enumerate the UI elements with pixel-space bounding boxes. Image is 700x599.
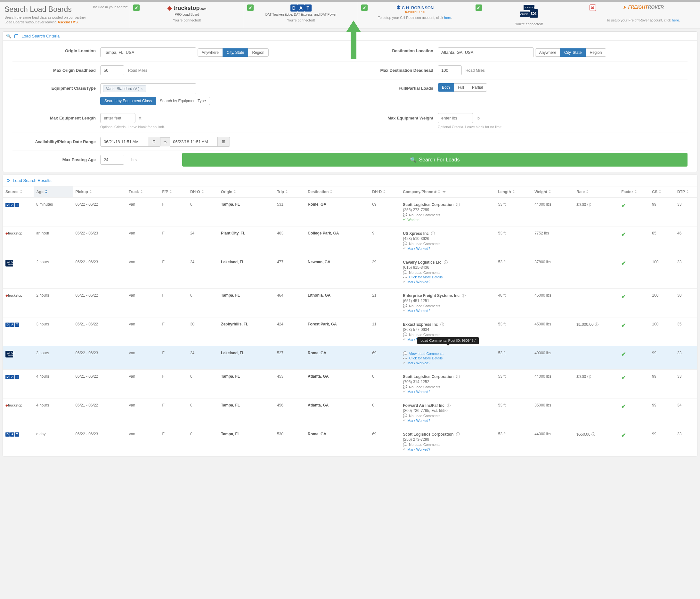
calendar-icon[interactable]: 🗓 — [218, 137, 230, 147]
info-icon[interactable]: ⓘ — [587, 202, 591, 207]
max-dest-dh-input[interactable] — [438, 65, 462, 75]
info-icon[interactable]: ⓘ — [587, 375, 591, 379]
col-destination[interactable]: Destination — [305, 186, 370, 198]
info-icon[interactable]: ⓘ — [456, 432, 460, 437]
more-details-link[interactable]: Click for More Details — [409, 275, 443, 279]
col-source[interactable]: Source — [3, 186, 34, 198]
cell-pickup: 06/22 - 06/23 — [73, 255, 126, 289]
col-pickup[interactable]: Pickup — [73, 186, 126, 198]
col-factor[interactable]: Factor — [619, 186, 649, 198]
company-phone: (256) 273-7299 — [403, 437, 493, 442]
collapse-icon[interactable]: − — [15, 34, 18, 38]
provider-chr-checkbox[interactable]: ✔ — [361, 4, 368, 11]
mark-worked-link[interactable]: Mark Worked? — [407, 361, 430, 365]
mark-worked-link[interactable]: Mark Worked? — [407, 419, 430, 423]
company-phone: (256) 273-7299 — [403, 208, 493, 212]
col-age[interactable]: Age — [34, 186, 73, 198]
dest-scope-region[interactable]: Region — [585, 48, 606, 57]
max-origin-dh-input[interactable] — [100, 65, 124, 75]
fp-both[interactable]: Both — [438, 83, 454, 92]
col-dhd[interactable]: DH-D — [370, 186, 400, 198]
col-company[interactable]: Company/Phone # ⏷ — [400, 186, 495, 198]
calendar-icon[interactable]: 🗓 — [148, 137, 160, 147]
table-row[interactable]: DAT3 hours06/21 - 06/22VanF30Zephyrhills… — [3, 317, 697, 346]
info-icon[interactable]: ⓘ — [431, 231, 435, 236]
col-fp[interactable]: F/P — [160, 186, 188, 198]
cell-fp: F — [160, 226, 188, 255]
search-for-loads-button[interactable]: 🔍 Search For Loads — [182, 153, 688, 167]
date-to-input[interactable] — [170, 137, 218, 147]
dest-scope-anywhere[interactable]: Anywhere — [535, 48, 560, 57]
provider-cargo-checkbox[interactable]: ✔ — [476, 4, 482, 11]
dest-scope-citystate[interactable]: City, State — [560, 48, 586, 57]
fp-partial[interactable]: Partial — [468, 83, 487, 92]
company-name: US Xpress Inc — [403, 231, 429, 236]
cell-age: 3 hours — [34, 317, 73, 346]
search-by-class-btn[interactable]: Search by Equipment Class — [100, 97, 156, 105]
col-rate[interactable]: Rate — [574, 186, 619, 198]
info-icon[interactable]: ⓘ — [456, 202, 460, 207]
cell-dtp: 33 — [675, 427, 697, 456]
results-title[interactable]: Load Search Results — [13, 178, 52, 183]
fr-setup-link[interactable]: here — [672, 18, 679, 22]
info-icon[interactable]: ⓘ — [444, 260, 448, 265]
mark-worked-link[interactable]: Mark Worked? — [407, 280, 430, 284]
criteria-title[interactable]: Load Search Criteria — [22, 33, 59, 39]
info-icon[interactable]: ⓘ — [592, 432, 595, 437]
table-row[interactable]: DAT4 hours06/21 - 06/22VanF0Tampa, FL453… — [3, 370, 697, 399]
cell-origin: Tampa, FL — [218, 399, 274, 427]
mark-worked-link[interactable]: Mark Worked? — [407, 448, 430, 451]
origin-scope-anywhere[interactable]: Anywhere — [198, 48, 223, 57]
cell-dtp: 46 — [675, 226, 697, 255]
max-len-input[interactable] — [100, 113, 135, 123]
col-dho[interactable]: DH-O — [188, 186, 218, 198]
cell-dhd: 0 — [370, 399, 400, 427]
provider-truckstop-checkbox[interactable]: ✔ — [133, 4, 140, 11]
col-weight[interactable]: Weight — [532, 186, 574, 198]
max-wt-input[interactable] — [438, 113, 473, 123]
table-row[interactable]: DAT8 minutes06/22 - 06/22VanF0Tampa, FL5… — [3, 198, 697, 226]
table-row[interactable]: CARGOCHIEF3 hours06/22 - 06/23VanF34Lake… — [3, 346, 697, 370]
funnel-icon[interactable]: ⏷ — [441, 190, 446, 194]
fp-full[interactable]: Full — [454, 83, 468, 92]
info-icon[interactable]: ⓘ — [595, 322, 599, 327]
col-truck[interactable]: Truck — [126, 186, 160, 198]
cell-length: 53 ft — [496, 399, 532, 427]
equip-tag[interactable]: Vans, Standard (V-)× — [103, 85, 146, 92]
dest-input[interactable] — [438, 47, 534, 57]
table-row[interactable]: ◆truckstop4 hours06/21 - 06/22VanF0Tampa… — [3, 399, 697, 427]
mark-worked-link[interactable]: Mark Worked? — [407, 309, 430, 313]
origin-scope-citystate[interactable]: City, State — [223, 48, 248, 57]
table-row[interactable]: ◆truckstopan hour06/22 - 06/23VanF24Plan… — [3, 226, 697, 255]
col-cs[interactable]: CS — [649, 186, 675, 198]
col-dtp[interactable]: DTP — [675, 186, 697, 198]
mark-worked-link[interactable]: Mark Worked? — [407, 247, 430, 250]
provider-fr-checkbox[interactable]: ✖ — [590, 4, 596, 11]
remove-tag-icon[interactable]: × — [141, 87, 143, 91]
chr-setup-link[interactable]: here — [444, 16, 451, 20]
col-length[interactable]: Length — [496, 186, 532, 198]
origin-scope-region[interactable]: Region — [248, 48, 268, 57]
date-from-input[interactable] — [100, 137, 148, 147]
max-age-input[interactable] — [100, 155, 124, 165]
cell-source: ◆truckstop — [3, 399, 34, 427]
table-row[interactable]: ◆truckstop2 hours06/21 - 06/22VanF0Tampa… — [3, 289, 697, 317]
cell-trip: 464 — [274, 289, 305, 317]
view-comments-link[interactable]: View Load Comments — [409, 352, 443, 356]
info-icon[interactable]: ⓘ — [462, 293, 466, 298]
info-icon[interactable]: ⓘ — [447, 403, 451, 408]
check-icon: ✔ — [621, 293, 626, 300]
provider-dat-checkbox[interactable]: ✔ — [247, 4, 254, 11]
search-by-type-btn[interactable]: Search by Equipment Type — [156, 97, 210, 105]
table-row[interactable]: CARGOCHIEF2 hours06/22 - 06/23VanF34Lake… — [3, 255, 697, 289]
col-origin[interactable]: Origin — [218, 186, 274, 198]
col-trip[interactable]: Trip — [274, 186, 305, 198]
table-row[interactable]: DATa day06/22 - 06/23VanF0Tampa, FL530Ro… — [3, 427, 697, 456]
mark-worked-link[interactable]: Mark Worked? — [407, 390, 430, 394]
cell-dho: 0 — [188, 370, 218, 399]
info-icon[interactable]: ⓘ — [456, 375, 460, 379]
origin-input[interactable] — [100, 47, 196, 57]
info-icon[interactable]: ⓘ — [440, 322, 444, 327]
more-details-link[interactable]: Click for More Details — [409, 356, 443, 360]
refresh-icon[interactable]: ⟳ — [7, 178, 10, 183]
